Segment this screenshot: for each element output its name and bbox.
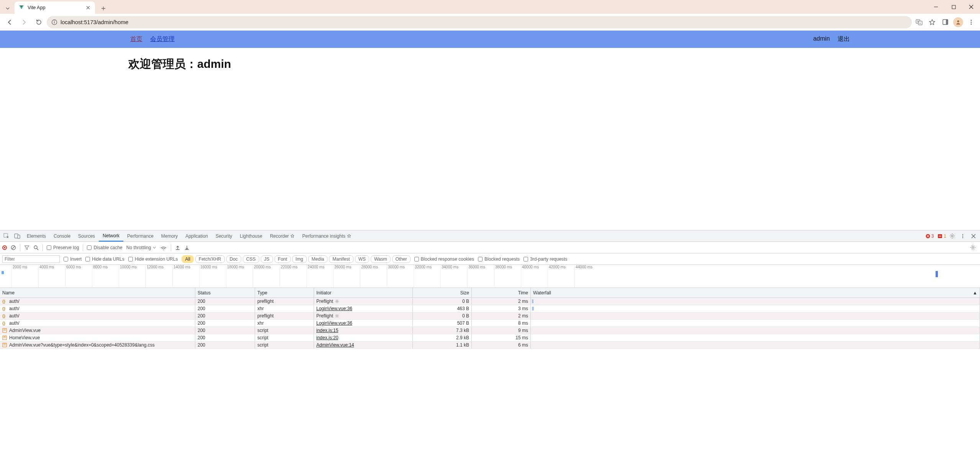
col-size[interactable]: Size [413, 288, 472, 297]
filter-type-img[interactable]: Img [292, 255, 307, 263]
network-request-row[interactable]: {}auth/200xhrLoginView.vue:36507 B8 ms [0, 320, 980, 327]
clear-button[interactable] [11, 245, 16, 250]
blocked-requests-checkbox[interactable]: Blocked requests [478, 256, 520, 262]
request-status: 200 [195, 327, 255, 334]
preserve-log-checkbox[interactable]: Preserve log [47, 245, 79, 250]
devtools-tab-memory[interactable]: Memory [157, 230, 182, 242]
svg-rect-16 [18, 235, 20, 238]
hide-extension-urls-checkbox[interactable]: Hide extension URLs [128, 256, 178, 262]
maximize-button[interactable] [945, 0, 962, 14]
filter-type-manifest[interactable]: Manifest [329, 255, 353, 263]
filter-icon[interactable] [24, 245, 29, 250]
initiator-link[interactable]: index.js:15 [316, 328, 338, 333]
filter-type-doc[interactable]: Doc [226, 255, 241, 263]
devtools-tab-lighthouse[interactable]: Lighthouse [236, 230, 266, 242]
col-type[interactable]: Type [255, 288, 314, 297]
col-status[interactable]: Status [195, 288, 255, 297]
devtools-tab-console[interactable]: Console [50, 230, 74, 242]
disable-cache-checkbox[interactable]: Disable cache [87, 245, 122, 250]
network-conditions-icon[interactable] [160, 245, 167, 250]
warning-count[interactable]: 1 [937, 233, 946, 239]
bookmark-icon[interactable] [926, 16, 938, 28]
third-party-checkbox[interactable]: 3rd-party requests [524, 256, 567, 262]
tab-search-dropdown[interactable] [2, 3, 13, 14]
devtools-settings-icon[interactable] [947, 231, 957, 241]
initiator-link[interactable]: index.js:20 [316, 335, 338, 340]
devtools-tab-sources[interactable]: Sources [74, 230, 99, 242]
col-initiator[interactable]: Initiator [314, 288, 413, 297]
browser-titlebar: Vite App [0, 0, 980, 14]
translate-icon[interactable]: 文A [913, 16, 925, 28]
network-timeline[interactable]: 2000 ms4000 ms6000 ms8000 ms10000 ms1200… [0, 265, 980, 288]
logout-link[interactable]: 退出 [838, 35, 850, 43]
export-har-icon[interactable] [184, 245, 190, 250]
devtools-more-icon[interactable] [958, 231, 968, 241]
blocked-cookies-checkbox[interactable]: Blocked response cookies [414, 256, 474, 262]
request-name: auth/ [9, 306, 20, 311]
browser-tab[interactable]: Vite App [15, 2, 95, 14]
devtools-tab-performance[interactable]: Performance [123, 230, 157, 242]
devtools-tab-network[interactable]: Network [99, 230, 123, 242]
initiator-link[interactable]: LoginView.vue:36 [316, 320, 352, 326]
device-toolbar-icon[interactable] [12, 231, 22, 241]
forward-button[interactable] [18, 16, 31, 29]
ruler-tick: 14000 ms [172, 265, 190, 288]
search-icon[interactable] [33, 245, 39, 250]
network-request-row[interactable]: AdminView.vue?vue&type=style&index=0&sco… [0, 342, 980, 349]
col-waterfall[interactable]: Waterfall▲ [531, 288, 980, 297]
tab-close-icon[interactable] [85, 5, 91, 11]
filter-type-fetch-xhr[interactable]: Fetch/XHR [195, 255, 225, 263]
filter-type-wasm[interactable]: Wasm [371, 255, 391, 263]
request-size: 0 B [413, 298, 472, 305]
minimize-button[interactable] [927, 0, 945, 14]
site-info-icon[interactable] [51, 19, 57, 25]
devtools-tab-performance-insights[interactable]: Performance insights [298, 230, 355, 242]
invert-checkbox[interactable]: Invert [64, 256, 82, 262]
network-settings-icon[interactable] [968, 243, 978, 253]
devtools-tab-security[interactable]: Security [212, 230, 236, 242]
nav-link-home[interactable]: 首页 [130, 35, 142, 43]
filter-type-other[interactable]: Other [392, 255, 411, 263]
error-count[interactable]: 3 [926, 233, 934, 239]
throttling-select[interactable]: No throttling [126, 245, 157, 250]
filter-type-all[interactable]: All [182, 255, 193, 263]
chrome-menu-icon[interactable] [965, 16, 977, 28]
filter-type-ws[interactable]: WS [355, 255, 369, 263]
network-request-row[interactable]: AdminView.vue200scriptindex.js:157.3 kB9… [0, 327, 980, 334]
devtools-tab-bar: ElementsConsoleSourcesNetworkPerformance… [0, 230, 980, 242]
network-request-row[interactable]: {}auth/200preflightPreflight0 B2 ms [0, 312, 980, 320]
filter-type-js[interactable]: JS [261, 255, 273, 263]
filter-type-css[interactable]: CSS [243, 255, 259, 263]
devtools-tab-recorder[interactable]: Recorder [266, 230, 298, 242]
col-name[interactable]: Name [0, 288, 195, 297]
new-tab-button[interactable] [98, 3, 109, 14]
svg-point-21 [962, 235, 963, 236]
nav-link-member[interactable]: 会员管理 [150, 35, 175, 43]
network-request-row[interactable]: {}auth/200preflightPreflight0 B2 ms [0, 298, 980, 305]
address-bar[interactable] [47, 16, 912, 28]
col-time[interactable]: Time [472, 288, 531, 297]
filter-type-font[interactable]: Font [275, 255, 291, 263]
reload-button[interactable] [32, 16, 45, 29]
back-button[interactable] [3, 16, 16, 29]
network-request-row[interactable]: HomeView.vue200scriptindex.js:202.9 kB15… [0, 334, 980, 342]
filter-type-media[interactable]: Media [308, 255, 328, 263]
inspect-element-icon[interactable] [2, 231, 11, 241]
devtools-tab-application[interactable]: Application [182, 230, 212, 242]
url-input[interactable] [61, 19, 907, 25]
devtools-tab-elements[interactable]: Elements [23, 230, 50, 242]
import-har-icon[interactable] [175, 245, 180, 250]
devtools-close-icon[interactable] [969, 231, 978, 241]
filter-input[interactable] [2, 255, 60, 263]
ruler-tick: 40000 ms [521, 265, 539, 288]
record-button[interactable] [2, 245, 7, 250]
initiator-link[interactable]: LoginView.vue:36 [316, 306, 352, 311]
network-request-row[interactable]: {}auth/200xhrLoginView.vue:36463 B3 ms [0, 305, 980, 312]
initiator-link[interactable]: AdminView.vue:14 [316, 342, 354, 348]
profile-avatar[interactable] [952, 16, 964, 28]
close-window-button[interactable] [962, 0, 980, 14]
request-waterfall [531, 327, 980, 334]
side-panel-icon[interactable] [939, 16, 951, 28]
hide-data-urls-checkbox[interactable]: Hide data URLs [85, 256, 124, 262]
network-table-header: Name Status Type Initiator Size Time Wat… [0, 288, 980, 298]
